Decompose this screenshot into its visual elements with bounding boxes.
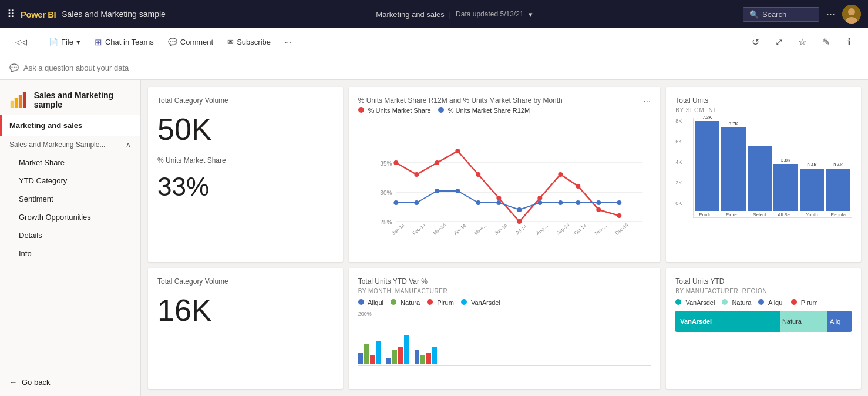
- card-total-units-ytd: Total Units YTD BY MANUFACTURER, REGION …: [666, 268, 861, 390]
- avatar[interactable]: [842, 5, 861, 24]
- subscribe-icon: ✉: [227, 38, 234, 46]
- subscribe-btn[interactable]: ✉ Subscribe: [221, 35, 277, 49]
- sidebar-item-info[interactable]: Info: [0, 244, 140, 263]
- bar-pirum-1: [370, 355, 375, 364]
- toolbar: ◁◁ 📄 File ▾ ⊞ Chat in Teams 💬 Comment ✉ …: [0, 28, 868, 56]
- bar-all-se: 3.8K All Se...: [773, 157, 798, 217]
- card-value-ums: 33%: [157, 174, 334, 200]
- card-value-tcv2: 16K: [157, 295, 334, 325]
- svg-rect-6: [23, 92, 26, 108]
- chat-teams-btn[interactable]: ⊞ Chat in Teams: [89, 34, 160, 51]
- bar-vanarsdel-stacked: VanArsdel: [675, 311, 780, 332]
- legend-label-aliqui: Aliqui: [368, 299, 383, 306]
- back-arrow-icon: ←: [9, 378, 17, 387]
- svg-point-26: [414, 200, 419, 205]
- svg-point-36: [617, 200, 621, 205]
- go-back-btn[interactable]: ← Go back: [0, 368, 140, 396]
- refresh-btn[interactable]: ↺: [746, 33, 765, 52]
- svg-point-35: [596, 200, 601, 205]
- legend-dot-vanarsdel-ytd: [675, 299, 681, 305]
- bar-natura-3: [420, 355, 425, 364]
- teams-icon: ⊞: [95, 37, 102, 48]
- bar-natura-stacked: Natura: [780, 311, 827, 332]
- file-icon: 📄: [49, 38, 58, 46]
- legend-label-pirum-ytd: Pirum: [801, 299, 818, 306]
- ytd-stacked-bar: VanArsdel Natura Aliq: [675, 311, 852, 332]
- svg-point-25: [393, 200, 398, 205]
- sidebar-item-label-marketing-sales: Marketing and sales: [9, 121, 82, 130]
- svg-point-31: [517, 207, 522, 212]
- legend-dot-aliqui-ytd: [758, 299, 764, 305]
- ytd-var-y-label: 200%: [358, 311, 651, 317]
- sidebar-app-title: Sales and Marketing sample: [34, 90, 131, 109]
- file-btn[interactable]: 📄 File ▾: [43, 35, 86, 49]
- svg-point-13: [393, 160, 398, 165]
- legend-label-market-share: % Units Market Share: [368, 107, 431, 114]
- y-label-2k: 2K: [675, 180, 682, 186]
- qa-input[interactable]: [23, 63, 258, 72]
- back-icon: ◁◁: [15, 38, 27, 46]
- sidebar-item-sentiment[interactable]: Sentiment: [0, 190, 140, 208]
- chart-more-btn[interactable]: ···: [643, 96, 651, 107]
- card-total-category-volume-1: Total Category Volume 50K % Units Market…: [148, 87, 343, 262]
- qa-bar[interactable]: 💬: [0, 56, 868, 80]
- sidebar-item-market-share[interactable]: Market Share: [0, 153, 140, 172]
- topbar-separator: |: [449, 10, 451, 19]
- legend-dot-natura: [391, 299, 396, 305]
- info-btn[interactable]: ℹ: [840, 33, 859, 52]
- card-value-tcv1: 50K: [157, 114, 334, 145]
- toolbar-right: ↺ ⤢ ☆ ✎ ℹ: [746, 33, 859, 52]
- apps-icon[interactable]: ⠿: [7, 8, 15, 21]
- qa-icon: 💬: [9, 63, 19, 72]
- chat-teams-label: Chat in Teams: [105, 38, 154, 46]
- favorite-btn[interactable]: ☆: [793, 33, 812, 52]
- comment-btn[interactable]: 💬 Comment: [162, 35, 219, 49]
- file-chevron-icon: ▾: [76, 38, 80, 46]
- bar-pirum-2: [398, 347, 403, 364]
- sidebar-item-growth-opportunities[interactable]: Growth Opportunities: [0, 208, 140, 226]
- line-chart-title: % Units Market Share R12M and % Units Ma…: [358, 96, 563, 105]
- sidebar-item-label-growth-opportunities: Growth Opportunities: [19, 213, 91, 222]
- bar-regula: 3.4K Regula: [826, 162, 850, 217]
- svg-point-23: [596, 207, 601, 212]
- content-area: Total Category Volume 50K % Units Market…: [141, 80, 868, 396]
- sidebar-item-label-details: Details: [19, 231, 42, 240]
- topbar-more-btn[interactable]: ···: [826, 8, 835, 21]
- expand-btn[interactable]: ⤢: [769, 33, 788, 52]
- bar-natura-1: [364, 344, 369, 364]
- legend-dot-r12m: [438, 107, 444, 113]
- y-label-0k: 0K: [675, 200, 682, 206]
- bar-select: Select: [748, 140, 772, 217]
- sidebar-item-marketing-sales[interactable]: Marketing and sales: [0, 115, 140, 136]
- y-label-4k: 4K: [675, 159, 682, 165]
- card-title-tcv1: Total Category Volume: [157, 96, 334, 105]
- powerbi-logo: Power BI: [21, 9, 56, 19]
- sidebar-section-header[interactable]: Sales and Marketing Sample... ∧: [0, 136, 140, 153]
- bar-aliqui-3: [415, 350, 419, 364]
- svg-text:Apr-14: Apr-14: [453, 223, 467, 236]
- chevron-down-icon[interactable]: ▾: [529, 10, 533, 19]
- svg-text:Mar-14: Mar-14: [432, 222, 448, 236]
- svg-text:Jan-14: Jan-14: [391, 223, 406, 236]
- bar-aliqui-2: [386, 358, 391, 364]
- back-btn[interactable]: ◁◁: [9, 35, 33, 49]
- card-title-tcv2: Total Category Volume: [157, 277, 334, 286]
- legend-label-aliqui-ytd: Aliqui: [768, 299, 784, 306]
- svg-point-34: [576, 200, 580, 205]
- subscribe-label: Subscribe: [237, 38, 271, 46]
- svg-text:25%: 25%: [380, 219, 392, 226]
- legend-dot-pirum: [427, 299, 433, 305]
- svg-rect-4: [15, 98, 18, 108]
- search-box[interactable]: 🔍 Search: [743, 7, 819, 22]
- sidebar-item-ytd-category[interactable]: YTD Category: [0, 172, 140, 190]
- toolbar-more-btn[interactable]: ···: [279, 35, 297, 49]
- svg-point-16: [455, 149, 460, 153]
- edit-btn[interactable]: ✎: [816, 33, 835, 52]
- legend-dot-aliqui: [358, 299, 364, 305]
- svg-text:Feb-14: Feb-14: [412, 222, 427, 236]
- svg-rect-3: [11, 101, 14, 108]
- bar-pirum-3: [426, 353, 431, 364]
- chart-legend: % Units Market Share % Units Market Shar…: [358, 107, 651, 114]
- svg-text:30%: 30%: [380, 190, 392, 196]
- sidebar-item-details[interactable]: Details: [0, 226, 140, 244]
